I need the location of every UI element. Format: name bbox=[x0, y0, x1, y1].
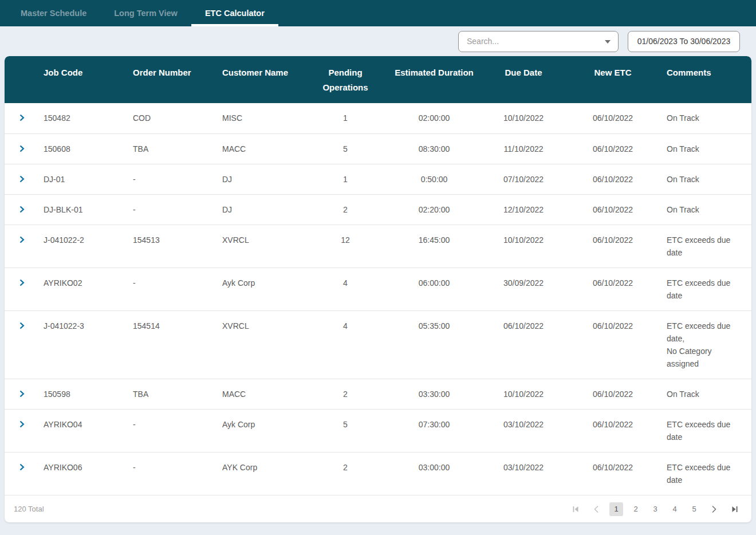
page-number-2[interactable]: 2 bbox=[629, 502, 643, 516]
cell-job-code: AYRIKO06 bbox=[39, 453, 128, 495]
chevron-right-icon bbox=[19, 114, 25, 121]
cell-new-etc: 06/10/2022 bbox=[568, 225, 657, 268]
cell-estimated-duration: 07:30:00 bbox=[389, 410, 479, 452]
table-row: J-041022-2 154513 XVRCL 12 16:45:00 10/1… bbox=[5, 225, 751, 268]
table-header-row: Job Code Order Number Customer Name Pend… bbox=[5, 56, 751, 103]
cell-new-etc: 06/10/2022 bbox=[568, 268, 657, 310]
cell-comments: On Track bbox=[657, 164, 751, 194]
cell-order-number: 154513 bbox=[128, 225, 218, 268]
column-header-pending-operations[interactable]: Pending Operations bbox=[301, 56, 389, 103]
chevron-down-icon[interactable] bbox=[605, 40, 611, 44]
cell-order-number: TBA bbox=[128, 379, 218, 409]
cell-customer-name: XVRCL bbox=[218, 311, 301, 379]
cell-order-number: TBA bbox=[128, 134, 218, 164]
cell-comments: ETC exceeds due date, No Category assign… bbox=[657, 311, 751, 379]
cell-order-number: COD bbox=[128, 103, 218, 133]
chevron-right-icon bbox=[19, 390, 25, 398]
cell-due-date: 30/09/2022 bbox=[479, 268, 568, 310]
cell-new-etc: 06/10/2022 bbox=[568, 164, 657, 194]
column-header-comments[interactable]: Comments bbox=[657, 56, 751, 103]
cell-customer-name: MISC bbox=[218, 103, 301, 133]
cell-job-code: J-041022-3 bbox=[39, 311, 128, 379]
header-expander-spacer bbox=[5, 56, 39, 103]
cell-comments: ETC exceeds due date bbox=[657, 225, 751, 268]
expand-row-button[interactable] bbox=[5, 195, 39, 225]
column-header-due-date[interactable]: Due Date bbox=[479, 56, 568, 103]
table-row: J-041022-3 154514 XVRCL 4 05:35:00 06/10… bbox=[5, 310, 751, 379]
table-body: 150482 COD MISC 1 02:00:00 10/10/2022 06… bbox=[5, 103, 751, 495]
last-page-button[interactable] bbox=[727, 502, 742, 517]
cell-estimated-duration: 02:20:00 bbox=[389, 195, 479, 225]
date-range-picker bbox=[628, 31, 740, 52]
cell-job-code: DJ-01 bbox=[39, 164, 128, 194]
expand-row-button[interactable] bbox=[5, 134, 39, 164]
chevron-right-icon bbox=[711, 505, 717, 513]
cell-order-number: - bbox=[128, 410, 218, 452]
cell-estimated-duration: 03:00:00 bbox=[389, 453, 479, 495]
cell-order-number: - bbox=[128, 453, 218, 495]
total-count-label: 120 Total bbox=[14, 505, 44, 513]
table-row: DJ-BLK-01 - DJ 2 02:20:00 12/10/2022 06/… bbox=[5, 194, 751, 225]
expand-row-button[interactable] bbox=[5, 164, 39, 194]
cell-order-number: - bbox=[128, 268, 218, 310]
cell-estimated-duration: 05:35:00 bbox=[389, 311, 479, 379]
tab-bar: Master Schedule Long Term View ETC Calcu… bbox=[0, 0, 756, 26]
first-page-icon bbox=[572, 505, 580, 513]
cell-due-date: 11/10/2022 bbox=[479, 134, 568, 164]
expand-row-button[interactable] bbox=[5, 453, 39, 495]
next-page-button[interactable] bbox=[707, 502, 722, 517]
cell-estimated-duration: 06:00:00 bbox=[389, 268, 479, 310]
cell-pending-operations: 4 bbox=[301, 311, 389, 379]
tab-long-term-view[interactable]: Long Term View bbox=[100, 0, 191, 26]
chevron-right-icon bbox=[19, 322, 25, 329]
column-header-new-etc[interactable]: New ETC bbox=[568, 56, 657, 103]
expand-row-button[interactable] bbox=[5, 410, 39, 452]
page-number-3[interactable]: 3 bbox=[648, 502, 662, 516]
page-number-4[interactable]: 4 bbox=[668, 502, 682, 516]
cell-comments: On Track bbox=[657, 103, 751, 133]
expand-row-button[interactable] bbox=[5, 311, 39, 379]
cell-due-date: 10/10/2022 bbox=[479, 103, 568, 133]
column-header-job-code[interactable]: Job Code bbox=[39, 56, 128, 103]
page-number-5[interactable]: 5 bbox=[687, 502, 701, 516]
cell-pending-operations: 1 bbox=[301, 164, 389, 194]
chevron-right-icon bbox=[19, 420, 25, 428]
cell-due-date: 12/10/2022 bbox=[479, 195, 568, 225]
tab-master-schedule[interactable]: Master Schedule bbox=[7, 0, 100, 26]
cell-new-etc: 06/10/2022 bbox=[568, 134, 657, 164]
expand-row-button[interactable] bbox=[5, 268, 39, 310]
cell-comments: ETC exceeds due date bbox=[657, 410, 751, 452]
cell-pending-operations: 2 bbox=[301, 453, 389, 495]
cell-job-code: 150608 bbox=[39, 134, 128, 164]
cell-job-code: 150482 bbox=[39, 103, 128, 133]
cell-job-code: 150598 bbox=[39, 379, 128, 409]
cell-customer-name: Ayk Corp bbox=[218, 410, 301, 452]
column-header-estimated-duration[interactable]: Estimated Duration bbox=[389, 56, 479, 103]
search-input[interactable] bbox=[458, 31, 619, 52]
column-header-customer-name[interactable]: Customer Name bbox=[218, 56, 301, 103]
chevron-right-icon bbox=[19, 145, 25, 152]
cell-customer-name: DJ bbox=[218, 195, 301, 225]
tab-etc-calculator[interactable]: ETC Calculator bbox=[191, 0, 278, 26]
cell-estimated-duration: 08:30:00 bbox=[389, 134, 479, 164]
cell-comments: On Track bbox=[657, 195, 751, 225]
cell-estimated-duration: 02:00:00 bbox=[389, 103, 479, 133]
previous-page-button[interactable] bbox=[589, 502, 604, 517]
table-row: 150482 COD MISC 1 02:00:00 10/10/2022 06… bbox=[5, 103, 751, 133]
cell-pending-operations: 5 bbox=[301, 410, 389, 452]
expand-row-button[interactable] bbox=[5, 103, 39, 133]
expand-row-button[interactable] bbox=[5, 379, 39, 409]
column-header-order-number[interactable]: Order Number bbox=[128, 56, 218, 103]
date-range-input[interactable] bbox=[628, 31, 740, 52]
table-row: 150608 TBA MACC 5 08:30:00 11/10/2022 06… bbox=[5, 133, 751, 164]
cell-due-date: 03/10/2022 bbox=[479, 410, 568, 452]
chevron-right-icon bbox=[19, 279, 25, 286]
first-page-button[interactable] bbox=[568, 502, 583, 517]
expand-row-button[interactable] bbox=[5, 225, 39, 268]
page-number-1[interactable]: 1 bbox=[609, 502, 623, 516]
cell-pending-operations: 2 bbox=[301, 379, 389, 409]
cell-due-date: 10/10/2022 bbox=[479, 379, 568, 409]
table-row: DJ-01 - DJ 1 0:50:00 07/10/2022 06/10/20… bbox=[5, 164, 751, 194]
search-combo bbox=[458, 31, 619, 52]
cell-job-code: AYRIKO02 bbox=[39, 268, 128, 310]
